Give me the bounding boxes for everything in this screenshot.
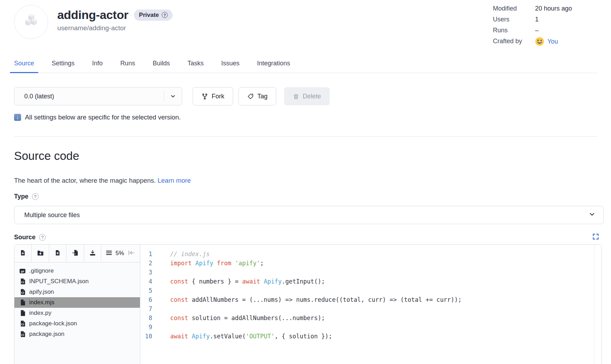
line-number: 2 bbox=[140, 259, 162, 268]
fork-icon bbox=[201, 93, 208, 100]
editor-scrollbar[interactable] bbox=[594, 245, 602, 364]
code-text: // index.js bbox=[170, 249, 210, 259]
line-number: 5 bbox=[140, 286, 162, 295]
file-item-package-json[interactable]: package.json bbox=[14, 329, 140, 339]
trash-icon bbox=[293, 93, 299, 100]
tab-issues[interactable]: Issues bbox=[217, 56, 244, 73]
tab-tasks[interactable]: Tasks bbox=[183, 56, 208, 73]
code-editor[interactable]: 1// index.js2import Apify from 'apify';3… bbox=[140, 245, 602, 364]
actor-logo-cubes-icon bbox=[20, 11, 42, 34]
file-item-index-mjs[interactable]: index.mjs bbox=[14, 297, 140, 308]
line-number: 8 bbox=[140, 313, 162, 323]
actor-meta: Modified20 hours agoUsers1Runs–Crafted b… bbox=[493, 4, 572, 46]
tab-runs[interactable]: Runs bbox=[116, 56, 139, 73]
source-field-row: Source ? bbox=[14, 233, 599, 241]
fullscreen-button[interactable] bbox=[592, 233, 599, 241]
source-editor-panel: 5% git.gitignoreINPUT_SCHEMA.jsonapify.j… bbox=[14, 244, 602, 364]
import-file-button[interactable] bbox=[66, 245, 84, 262]
type-help-icon[interactable]: ? bbox=[32, 193, 39, 200]
learn-more-link[interactable]: Learn more bbox=[157, 177, 191, 184]
download-icon bbox=[89, 249, 96, 257]
code-line: 6const addAllNumbers = (...nums) => nums… bbox=[140, 295, 594, 304]
source-help-icon[interactable]: ? bbox=[39, 234, 46, 241]
meta-label: Modified bbox=[493, 4, 535, 13]
file-name: package-lock.json bbox=[29, 320, 77, 327]
line-number: 1 bbox=[140, 249, 162, 259]
code-text: const solution = addAllNumbers(...number… bbox=[170, 313, 325, 323]
file-item-index-py[interactable]: index.py bbox=[14, 308, 140, 318]
type-field-label: Type ? bbox=[14, 193, 597, 200]
actor-detail-page: adding-actor Private ? username/adding-a… bbox=[0, 0, 611, 364]
new-file-icon bbox=[20, 249, 26, 257]
json-file-icon bbox=[19, 320, 26, 327]
json-file-icon bbox=[19, 289, 26, 295]
visibility-badge: Private ? bbox=[134, 9, 173, 21]
version-select-value: 0.0 (latest) bbox=[14, 93, 164, 100]
new-file-button[interactable] bbox=[14, 245, 32, 262]
version-note-text: All settings below are specific for the … bbox=[25, 113, 181, 121]
source-code-description: The heart of the actor, where the magic … bbox=[14, 177, 597, 184]
version-select[interactable]: 0.0 (latest) bbox=[14, 87, 182, 105]
tab-settings[interactable]: Settings bbox=[47, 56, 79, 73]
smiley-avatar-icon bbox=[535, 37, 544, 46]
title-block: adding-actor Private ? username/adding-a… bbox=[57, 5, 173, 39]
chevron-down-icon bbox=[164, 93, 182, 99]
actor-path: username/adding-actor bbox=[57, 24, 173, 32]
json-file-icon bbox=[19, 278, 26, 285]
collapse-sidebar-button[interactable] bbox=[127, 249, 135, 257]
tag-icon bbox=[247, 93, 254, 100]
svg-text:git: git bbox=[21, 269, 25, 273]
download-button[interactable] bbox=[84, 245, 101, 262]
file-item-input-schema-json[interactable]: INPUT_SCHEMA.json bbox=[14, 276, 140, 287]
type-select[interactable]: Multiple source files bbox=[14, 206, 604, 224]
line-number: 7 bbox=[140, 304, 162, 313]
fork-button[interactable]: Fork bbox=[193, 87, 233, 105]
line-number: 4 bbox=[140, 277, 162, 286]
json-file-icon bbox=[19, 331, 26, 337]
file-name: package.json bbox=[29, 331, 64, 338]
meta-label: Users bbox=[493, 15, 535, 24]
upload-file-button[interactable] bbox=[49, 245, 66, 262]
line-number: 3 bbox=[140, 268, 162, 277]
git-file-icon: git bbox=[19, 268, 26, 274]
code-line: 10await Apify.setValue('OUTPUT', { solut… bbox=[140, 332, 594, 341]
file-list: git.gitignoreINPUT_SCHEMA.jsonapify.json… bbox=[14, 262, 140, 339]
tab-info[interactable]: Info bbox=[88, 56, 107, 73]
tab-source[interactable]: Source bbox=[10, 56, 38, 73]
code-line: 4const { numbers } = await Apify.getInpu… bbox=[140, 277, 594, 286]
new-folder-button[interactable] bbox=[32, 245, 49, 262]
actor-header: adding-actor Private ? username/adding-a… bbox=[14, 0, 597, 39]
badge-help-icon[interactable]: ? bbox=[162, 12, 168, 18]
source-field-label: Source ? bbox=[14, 234, 46, 241]
line-number: 6 bbox=[140, 295, 162, 304]
file-item-package-lock-json[interactable]: package-lock.json bbox=[14, 318, 140, 329]
crafted-by-link[interactable]: You bbox=[547, 37, 558, 46]
delete-button[interactable]: Delete bbox=[284, 87, 330, 105]
tag-button[interactable]: Tag bbox=[238, 87, 276, 105]
meta-value: – bbox=[535, 26, 572, 34]
visibility-badge-label: Private bbox=[139, 12, 159, 19]
file-name: index.mjs bbox=[29, 299, 54, 306]
file-item-apify-json[interactable]: apify.json bbox=[14, 287, 140, 297]
file-name: INPUT_SCHEMA.json bbox=[29, 278, 89, 285]
meta-value: 20 hours ago bbox=[535, 4, 572, 13]
tab-integrations[interactable]: Integrations bbox=[253, 56, 294, 73]
import-file-icon bbox=[72, 249, 79, 257]
page-title: adding-actor bbox=[57, 8, 128, 22]
type-select-value: Multiple source files bbox=[24, 212, 80, 219]
file-item--gitignore[interactable]: git.gitignore bbox=[14, 266, 140, 276]
meta-label: Crafted by bbox=[493, 37, 535, 46]
list-icon bbox=[106, 250, 112, 257]
code-line: 3 bbox=[140, 268, 594, 277]
file-toolbar: 5% bbox=[14, 245, 140, 262]
meta-value: 1 bbox=[535, 15, 572, 24]
line-number: 10 bbox=[140, 332, 162, 341]
tab-bar: SourceSettingsInfoRunsBuildsTasksIssuesI… bbox=[10, 56, 597, 73]
down-arrow-icon: ↓ bbox=[14, 114, 21, 121]
tab-builds[interactable]: Builds bbox=[148, 56, 174, 73]
code-text: await Apify.setValue('OUTPUT', { solutio… bbox=[170, 332, 332, 341]
collapse-left-icon bbox=[128, 250, 135, 256]
code-line: 8const solution = addAllNumbers(...numbe… bbox=[140, 313, 594, 323]
actor-avatar bbox=[14, 5, 48, 39]
code-line: 2import Apify from 'apify'; bbox=[140, 259, 594, 268]
